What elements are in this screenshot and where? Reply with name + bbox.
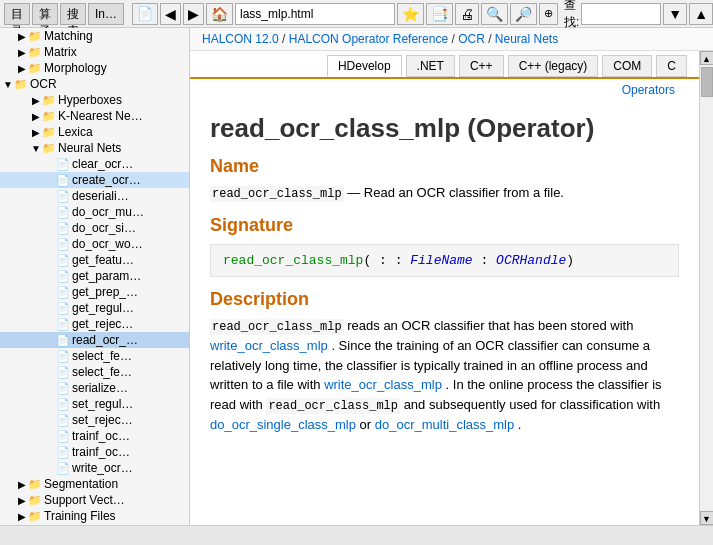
zoom-out-icon[interactable]: 🔎 (510, 3, 537, 25)
tab-search[interactable]: 搜索 (60, 3, 86, 25)
sidebar-item-deseriali[interactable]: 📄deseriali… (0, 188, 189, 204)
operators-link[interactable]: Operators (190, 81, 687, 99)
desc-code2: read_ocr_class_mlp (266, 398, 400, 414)
tree-icon-do_ocr_wo: 📄 (56, 238, 72, 251)
sidebar-item-get_prep[interactable]: 📄get_prep_… (0, 284, 189, 300)
desc-code1: read_ocr_class_mlp (210, 319, 344, 335)
sidebar-item-matching[interactable]: ▶📁Matching (0, 28, 189, 44)
section-description-content: read_ocr_class_mlp reads an OCR classifi… (210, 316, 679, 434)
doc-icon[interactable]: 📄 (132, 3, 158, 25)
tree-icon-select_fe1: 📄 (56, 350, 72, 363)
sidebar-item-do_ocr_si[interactable]: 📄do_ocr_si… (0, 220, 189, 236)
tab-c[interactable]: C (656, 55, 687, 77)
doc-content: read_ocr_class_mlp (Operator) Name read_… (190, 103, 699, 462)
tab-cpp[interactable]: C++ (459, 55, 504, 77)
tab-directory[interactable]: 目录 (4, 3, 30, 25)
nav-forward-button[interactable]: ▶ (183, 3, 204, 25)
name-code: read_ocr_class_mlp (210, 186, 344, 202)
print-icon[interactable]: 🖨 (455, 3, 479, 25)
tab-in[interactable]: In… (88, 3, 124, 25)
name-description: — Read an OCR classifier from a file. (347, 185, 564, 200)
breadcrumb-halcon[interactable]: HALCON 12.0 (202, 32, 279, 46)
tree-icon-get_regul: 📄 (56, 302, 72, 315)
sidebar-item-get_param[interactable]: 📄get_param… (0, 268, 189, 284)
zoom-in-icon[interactable]: 🔍 (481, 3, 508, 25)
breadcrumb-operator-ref[interactable]: HALCON Operator Reference (289, 32, 448, 46)
scroll-down-arrow[interactable]: ▼ (700, 511, 714, 525)
sidebar-item-select_fe1[interactable]: 📄select_fe… (0, 348, 189, 364)
tree-icon-ocr: 📁 (14, 78, 30, 91)
desc-link-write2[interactable]: write_ocr_class_mlp (324, 377, 442, 392)
sidebar-item-get_regul[interactable]: 📄get_regul… (0, 300, 189, 316)
sidebar-item-trainingfiles[interactable]: ▶📁Training Files (0, 508, 189, 524)
tree-label-trainingfiles: Training Files (44, 509, 116, 523)
sidebar-item-clear_ocr[interactable]: 📄clear_ocr… (0, 156, 189, 172)
sidebar-item-write_ocr[interactable]: 📄write_ocr… (0, 460, 189, 476)
sidebar-item-select_fe2[interactable]: 📄select_fe… (0, 364, 189, 380)
bookmark-icon[interactable]: 📑 (426, 3, 453, 25)
tree-label-deseriali: deseriali… (72, 189, 129, 203)
sidebar-item-knearest[interactable]: ▶📁K-Nearest Ne… (0, 108, 189, 124)
desc-link-multi[interactable]: do_ocr_multi_class_mlp (375, 417, 514, 432)
tree-icon-create_ocr: 📄 (56, 174, 72, 187)
tree-icon-do_ocr_mu: 📄 (56, 206, 72, 219)
tree-toggle-lexica: ▶ (30, 127, 42, 138)
breadcrumb-neuralnets[interactable]: Neural Nets (495, 32, 558, 46)
search-up-icon[interactable]: ▲ (689, 3, 713, 25)
nav-back-button[interactable]: ◀ (160, 3, 181, 25)
sidebar-item-get_featu[interactable]: 📄get_featu… (0, 252, 189, 268)
sidebar-item-ocr[interactable]: ▼📁OCR (0, 76, 189, 92)
search-down-icon[interactable]: ▼ (663, 3, 687, 25)
tree-icon-matching: 📁 (28, 30, 44, 43)
scroll-thumb[interactable] (701, 67, 713, 97)
sidebar-item-lexica[interactable]: ▶📁Lexica (0, 124, 189, 140)
tab-cpp-legacy[interactable]: C++ (legacy) (508, 55, 599, 77)
sidebar-item-trainf_oc1[interactable]: 📄trainf_oc… (0, 428, 189, 444)
sidebar-item-segmentation[interactable]: ▶📁Segmentation (0, 476, 189, 492)
sidebar-item-serialize[interactable]: 📄serialize… (0, 380, 189, 396)
sidebar-item-do_ocr_mu[interactable]: 📄do_ocr_mu… (0, 204, 189, 220)
tree-label-trainf_oc1: trainf_oc… (72, 429, 130, 443)
desc-link-single[interactable]: do_ocr_single_class_mlp (210, 417, 356, 432)
star-icon[interactable]: ⭐ (397, 3, 424, 25)
home-icon[interactable]: 🏠 (206, 3, 233, 25)
sidebar-item-neuralnets[interactable]: ▼📁Neural Nets (0, 140, 189, 156)
sidebar-item-supportvect[interactable]: ▶📁Support Vect… (0, 492, 189, 508)
tree-label-segmentation: Segmentation (44, 477, 118, 491)
sidebar-item-set_rejec[interactable]: 📄set_rejec… (0, 412, 189, 428)
tree-toggle-knearest: ▶ (30, 111, 42, 122)
tab-dotnet[interactable]: .NET (406, 55, 455, 77)
tree-label-read_ocr: read_ocr_… (72, 333, 138, 347)
sidebar-item-hyperboxes[interactable]: ▶📁Hyperboxes (0, 92, 189, 108)
tree-icon-supportvect: 📁 (28, 494, 44, 507)
sidebar-item-read_ocr[interactable]: 📄read_ocr_… (0, 332, 189, 348)
tree-icon-deseriali: 📄 (56, 190, 72, 203)
breadcrumb-ocr[interactable]: OCR (458, 32, 485, 46)
sidebar-item-morphology[interactable]: ▶📁Morphology (0, 60, 189, 76)
sidebar-item-trainf_oc2[interactable]: 📄trainf_oc… (0, 444, 189, 460)
tree-label-morphology: Morphology (44, 61, 107, 75)
desc-link-write1[interactable]: write_ocr_class_mlp (210, 338, 328, 353)
zoom-reset-icon[interactable]: ⊕ (539, 3, 558, 25)
sidebar-item-create_ocr[interactable]: 📄create_ocr… (0, 172, 189, 188)
tab-hdevelop[interactable]: HDevelop (327, 55, 402, 77)
sidebar-item-do_ocr_wo[interactable]: 📄do_ocr_wo… (0, 236, 189, 252)
tab-operator[interactable]: 算子 (32, 3, 58, 25)
doc-title: read_ocr_class_mlp (Operator) (210, 113, 679, 144)
tree-label-do_ocr_si: do_ocr_si… (72, 221, 136, 235)
tree-toggle-ocr: ▼ (2, 79, 14, 90)
tree-label-select_fe1: select_fe… (72, 349, 132, 363)
tree-label-neuralnets: Neural Nets (58, 141, 121, 155)
search-input[interactable] (581, 3, 661, 25)
sidebar-item-matrix[interactable]: ▶📁Matrix (0, 44, 189, 60)
desc-text6: . (518, 417, 522, 432)
sidebar-item-set_regul[interactable]: 📄set_regul… (0, 396, 189, 412)
tree-icon-set_regul: 📄 (56, 398, 72, 411)
scroll-up-arrow[interactable]: ▲ (700, 51, 714, 65)
tab-com[interactable]: COM (602, 55, 652, 77)
tree-icon-select_fe2: 📄 (56, 366, 72, 379)
sidebar-item-get_rejec[interactable]: 📄get_rejec… (0, 316, 189, 332)
url-bar[interactable] (235, 3, 395, 25)
tree-label-matching: Matching (44, 29, 93, 43)
section-signature-heading: Signature (210, 215, 679, 236)
